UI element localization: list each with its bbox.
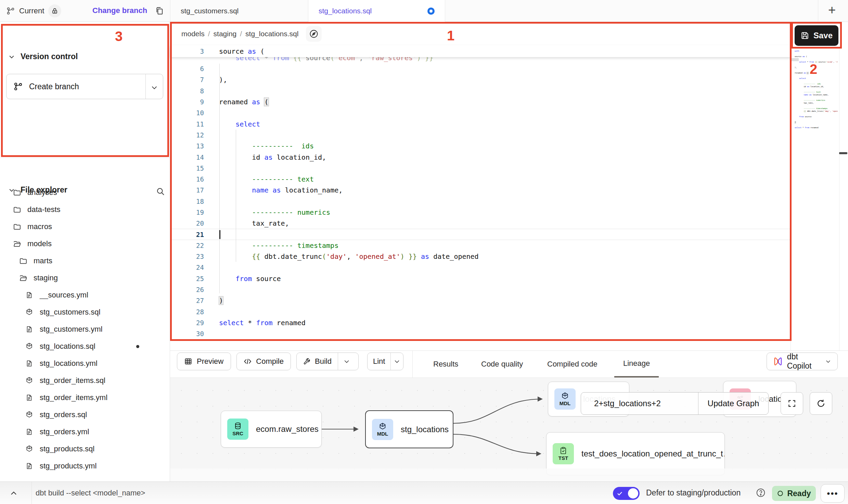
code-editor[interactable]: 67),89renamed as (1011 select1213 ------…	[170, 63, 791, 339]
ready-label: Ready	[787, 489, 811, 498]
code-line-7[interactable]: 7),	[170, 74, 791, 85]
help-icon[interactable]	[756, 488, 766, 498]
create-branch-label: Create branch	[29, 82, 79, 91]
clipboard-check-icon	[559, 447, 567, 455]
panel-tab-compiled-code[interactable]: Compiled code	[538, 350, 606, 377]
lineage-node-stg-locations[interactable]: MDL stg_locations	[365, 410, 453, 448]
new-tab-button[interactable]: +	[828, 3, 836, 16]
fullscreen-button[interactable]	[781, 392, 803, 415]
create-branch-dropdown-chevron[interactable]	[151, 84, 158, 91]
code-line-12[interactable]: 12	[170, 130, 791, 141]
code-line-10[interactable]: 10	[170, 107, 791, 118]
compile-label: Compile	[256, 357, 284, 366]
panel-tab-code-quality[interactable]: Code quality	[472, 350, 532, 377]
file-tree-item-stg_products.yml[interactable]: stg_products.yml	[0, 457, 170, 475]
change-branch-link[interactable]: Change branch	[92, 6, 147, 15]
doc-icon	[25, 428, 33, 436]
breadcrumb-staging[interactable]: staging	[214, 30, 237, 38]
file-tree-item-stg_locations.sql[interactable]: stg_locations.sql	[0, 338, 170, 355]
file-tree-item-models[interactable]: models	[0, 235, 170, 252]
code-line-27[interactable]: 27)	[170, 295, 791, 306]
build-button-group: Build	[296, 353, 359, 370]
file-tree-item-stg_order_items.sql[interactable]: stg_order_items.sql	[0, 372, 170, 389]
code-line-9[interactable]: 9renamed as (	[170, 96, 791, 107]
panel-tab-results[interactable]: Results	[424, 350, 467, 377]
more-options-button[interactable]: •••	[821, 484, 845, 503]
doc-icon	[25, 394, 33, 402]
file-name: stg_customers.sql	[40, 308, 100, 317]
copy-branch-icon[interactable]	[155, 6, 164, 16]
create-branch-button[interactable]: Create branch	[6, 74, 163, 99]
file-tree-item-marts[interactable]: marts	[0, 252, 170, 269]
breadcrumb-file[interactable]: stg_locations.sql	[245, 30, 298, 38]
copilot-compass-icon[interactable]	[306, 26, 322, 42]
code-line-29[interactable]: 29select * from renamed	[170, 317, 791, 328]
file-tree-item-stg_locations.yml[interactable]: stg_locations.yml	[0, 355, 170, 372]
code-line-6[interactable]: 6	[170, 63, 791, 74]
preview-button[interactable]: Preview	[177, 353, 231, 370]
code-line-26[interactable]: 26	[170, 284, 791, 295]
file-tree-item-stg_order_items.yml[interactable]: stg_order_items.yml	[0, 389, 170, 406]
line-number: 28	[170, 308, 204, 316]
save-label: Save	[813, 31, 833, 40]
source-node-icon: SRC	[227, 419, 248, 440]
code-line-30[interactable]: 30	[170, 328, 791, 339]
defer-toggle[interactable]	[613, 487, 640, 500]
refresh-button[interactable]	[810, 392, 832, 415]
file-tree-item-stg_customers.yml[interactable]: stg_customers.yml	[0, 321, 170, 338]
line-number: 26	[170, 286, 204, 293]
code-line-21[interactable]: 21	[170, 229, 791, 240]
code-line-11[interactable]: 11 select	[170, 118, 791, 129]
cube-icon	[25, 342, 33, 350]
wrench-icon	[303, 358, 311, 366]
file-tree-item-stg_orders.sql[interactable]: stg_orders.sql	[0, 406, 170, 423]
code-line-8[interactable]: 8	[170, 85, 791, 96]
lineage-selector-input[interactable]: 2+stg_locations+2	[581, 399, 698, 408]
lineage-selector-bar: 2+stg_locations+2 Update Graph	[581, 392, 769, 415]
file-tree-item-macros[interactable]: macros	[0, 218, 170, 235]
code-line-25[interactable]: 25 from source	[170, 273, 791, 284]
file-tree-item-stg_products.sql[interactable]: stg_products.sql	[0, 440, 170, 457]
lint-dropdown-chevron[interactable]	[391, 353, 403, 370]
expand-command-bar-chevron[interactable]	[10, 489, 18, 498]
tab-stg-customers[interactable]: stg_customers.sql	[170, 0, 308, 22]
file-tree-item-stg_orders.yml[interactable]: stg_orders.yml	[0, 423, 170, 440]
test-node-icon: TST	[553, 443, 574, 464]
code-line-15[interactable]: 15	[170, 163, 791, 174]
file-tree-item-__sources.yml[interactable]: __sources.yml	[0, 287, 170, 304]
code-line-20[interactable]: 20 tax_rate,	[170, 218, 791, 229]
code-line-16[interactable]: 16 ---------- text	[170, 174, 791, 185]
tab-stg-locations[interactable]: stg_locations.sql	[308, 0, 445, 22]
code-line-13[interactable]: 13 ---------- ids	[170, 141, 791, 151]
branch-selector[interactable]: Current	[6, 0, 61, 22]
lineage-node-source[interactable]: SRC ecom.raw_stores	[221, 411, 322, 448]
code-line-14[interactable]: 14 id as location_id,	[170, 151, 791, 162]
code-line-22[interactable]: 22 ---------- timestamps	[170, 240, 791, 251]
file-tree-item-analyses[interactable]: analyses	[0, 184, 170, 201]
sidebar: Version control Create branch File explo…	[0, 22, 170, 481]
dbt-copilot-button[interactable]: dbt Copilot	[767, 353, 838, 370]
code-line-18[interactable]: 18	[170, 196, 791, 207]
code-line-23[interactable]: 23 {{ dbt.date_trunc('day', 'opened_at')…	[170, 251, 791, 262]
lineage-canvas[interactable]: SRC ecom.raw_stores MDL stg_locations MD…	[170, 378, 848, 481]
panel-drag-handle[interactable]	[839, 152, 847, 154]
lint-button[interactable]: Lint	[368, 353, 390, 370]
update-graph-button[interactable]: Update Graph	[698, 399, 768, 408]
line-number: 24	[170, 264, 204, 271]
command-input[interactable]: dbt build --select <model_name>	[36, 489, 145, 498]
build-button[interactable]: Build	[297, 353, 338, 370]
file-tree-item-staging[interactable]: staging	[0, 269, 170, 287]
code-line-17[interactable]: 17 name as location_name,	[170, 185, 791, 196]
file-tree-item-stg_customers.sql[interactable]: stg_customers.sql	[0, 304, 170, 321]
save-button[interactable]: Save	[795, 25, 838, 46]
folder-icon	[13, 188, 21, 197]
code-line-24[interactable]: 24	[170, 262, 791, 273]
panel-tab-lineage[interactable]: Lineage	[614, 350, 659, 377]
code-line-19[interactable]: 19 ---------- numerics	[170, 207, 791, 218]
breadcrumb-models[interactable]: models	[181, 30, 205, 38]
version-control-header[interactable]: Version control	[8, 52, 78, 61]
compile-button[interactable]: Compile	[236, 353, 291, 370]
code-line-28[interactable]: 28	[170, 306, 791, 317]
file-tree-item-data-tests[interactable]: data-tests	[0, 201, 170, 218]
build-dropdown-chevron[interactable]	[338, 353, 355, 370]
